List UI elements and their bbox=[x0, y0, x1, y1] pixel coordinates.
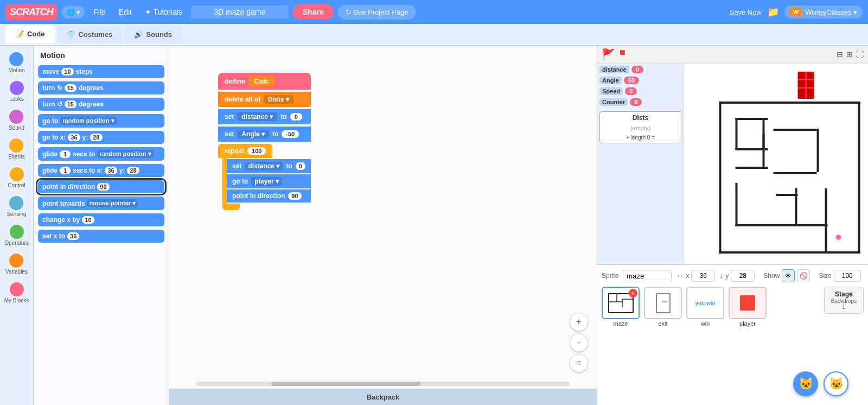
edit-menu[interactable]: Edit bbox=[114, 5, 136, 18]
y-coord-input[interactable] bbox=[731, 270, 755, 282]
stop-button[interactable]: ⏹ bbox=[618, 48, 626, 61]
block-change-x[interactable]: change x by 10 bbox=[38, 213, 164, 226]
show-hidden-icon[interactable]: 🚫 bbox=[797, 269, 810, 282]
block-turn-ccw[interactable]: turn ↺ 15 degrees bbox=[38, 98, 164, 111]
svg-rect-16 bbox=[736, 224, 801, 226]
category-events[interactable]: Events bbox=[6, 136, 27, 162]
x-coord-group: ↔ x bbox=[676, 270, 715, 282]
size-group: Size bbox=[819, 270, 860, 282]
block-goto-xy[interactable]: go to x: 36 y: 28 bbox=[38, 131, 164, 144]
block-goto-player[interactable]: go to player ▾ bbox=[227, 174, 311, 188]
tab-sounds[interactable]: 🔊 Sounds bbox=[124, 26, 182, 43]
tab-code[interactable]: 📝 Code bbox=[5, 26, 55, 43]
svg-rect-8 bbox=[736, 118, 738, 150]
backdrops-count-label: Backdrops bbox=[831, 298, 857, 304]
tab-costumes[interactable]: 👕 Costumes bbox=[57, 26, 123, 43]
zoom-in-button[interactable]: + bbox=[570, 313, 588, 331]
events-dot bbox=[9, 138, 23, 153]
stage-section[interactable]: Stage Backdrops 1 bbox=[824, 287, 864, 314]
top-nav: SCRATCH 🌐 ▾ File Edit ✦ Tutorials Share … bbox=[0, 0, 868, 24]
category-motion[interactable]: Motion bbox=[6, 50, 27, 75]
category-control[interactable]: Control bbox=[5, 165, 27, 191]
small-stage-icon[interactable]: ⊟ bbox=[837, 50, 843, 59]
stage-header: 🚩 ⏹ ⊟ ⊞ ⛶ bbox=[597, 46, 868, 64]
sprite-panel: Sprite ↔ x ↕ y Show 👁 🚫 bbox=[597, 264, 868, 331]
costumes-tab-label: Costumes bbox=[79, 30, 113, 39]
dists-dropdown[interactable]: Dists ▾ bbox=[264, 95, 293, 104]
share-button[interactable]: Share bbox=[293, 4, 334, 20]
main-layout: Motion Looks Sound Events Control Sensin… bbox=[0, 46, 868, 405]
scratch-logo[interactable]: SCRATCH bbox=[5, 4, 58, 20]
list-monitor-title: Dists bbox=[602, 114, 679, 122]
file-menu[interactable]: File bbox=[89, 5, 110, 18]
block-glide-random[interactable]: glide 1 secs to random position ▾ bbox=[38, 147, 164, 161]
category-operators[interactable]: Operators bbox=[2, 223, 30, 248]
block-glide-xy[interactable]: glide 1 secs to x: 36 y: 28 bbox=[38, 164, 164, 177]
zoom-out-button[interactable]: - bbox=[570, 333, 588, 352]
sprite-name-input[interactable] bbox=[623, 270, 672, 282]
stage-preview-area bbox=[684, 64, 868, 264]
block-delete-all[interactable]: delete all of Dists ▾ bbox=[218, 92, 311, 107]
see-project-button[interactable]: ↻ See Project Page bbox=[338, 5, 416, 20]
stage-layout-icons: ⊟ ⊞ ⛶ bbox=[837, 50, 864, 59]
svg-rect-5 bbox=[719, 251, 860, 254]
globe-button[interactable]: 🌐 ▾ bbox=[62, 6, 85, 18]
block-set-angle[interactable]: set Angle ▾ to -50 bbox=[218, 126, 311, 142]
block-set-x[interactable]: set x to 36 bbox=[38, 230, 164, 243]
sprite-thumb-win-img: you win bbox=[686, 287, 724, 319]
tutorials-button[interactable]: ✦ Tutorials bbox=[141, 5, 187, 18]
sensing-label: Sensing bbox=[7, 211, 26, 217]
category-my-blocks[interactable]: My Blocks bbox=[2, 280, 31, 306]
sprite-thumb-win[interactable]: you win win bbox=[686, 287, 724, 327]
show-visible-icon[interactable]: 👁 bbox=[782, 269, 795, 282]
zoom-reset-button[interactable]: = bbox=[570, 354, 588, 372]
show-label: Show bbox=[763, 272, 780, 280]
sprite-info-row: Sprite ↔ x ↕ y Show 👁 🚫 bbox=[602, 269, 864, 282]
add-sprite-button[interactable]: 🐱 bbox=[793, 371, 818, 396]
category-sensing[interactable]: Sensing bbox=[4, 194, 28, 219]
size-input[interactable] bbox=[834, 270, 861, 282]
sprite-thumb-exit[interactable]: exit bbox=[644, 287, 682, 327]
x-arrow-icon: ↔ bbox=[676, 271, 684, 280]
green-flag-button[interactable]: 🚩 bbox=[602, 48, 615, 61]
x-coord-input[interactable] bbox=[691, 270, 715, 282]
block-move[interactable]: move 10 steps bbox=[38, 65, 164, 78]
block-turn-cw[interactable]: turn ↻ 15 degrees bbox=[38, 81, 164, 94]
category-sound[interactable]: Sound bbox=[7, 107, 27, 133]
block-inner-set-distance[interactable]: set distance ▾ to 0 bbox=[227, 159, 311, 173]
sprite-thumb-player[interactable]: player bbox=[729, 287, 767, 327]
save-now-button[interactable]: Save Now bbox=[730, 8, 762, 16]
category-looks[interactable]: Looks bbox=[7, 79, 26, 104]
stage-section-label: Stage bbox=[835, 290, 853, 298]
size-label: Size bbox=[819, 272, 831, 280]
block-point-towards[interactable]: point towards mouse-pointer ▾ bbox=[38, 197, 164, 210]
horizontal-scrollbar[interactable] bbox=[196, 382, 570, 386]
category-variables[interactable]: Variables bbox=[3, 251, 30, 277]
sprite-thumb-exit-img bbox=[644, 287, 682, 319]
monitor-angle: Angle 50 bbox=[599, 77, 681, 84]
sprite-thumb-maze[interactable]: × maze bbox=[602, 287, 640, 327]
script-area[interactable]: define Calc delete all of Dists ▾ set di… bbox=[169, 46, 597, 405]
motion-label: Motion bbox=[8, 67, 24, 73]
block-point-dir-inner[interactable]: point in direction 90 bbox=[227, 189, 311, 202]
user-menu[interactable]: W WlingyClasses ▾ bbox=[784, 5, 863, 18]
stage-content: distance 0 Angle 50 Speed 0 Counter 0 bbox=[597, 64, 868, 264]
folder-icon[interactable]: 📁 bbox=[767, 6, 779, 18]
add-sprite-alt-button[interactable]: 🐱 bbox=[824, 371, 848, 396]
project-name-input[interactable] bbox=[191, 5, 289, 18]
block-point-direction[interactable]: point in direction 90 bbox=[38, 180, 164, 193]
block-goto-random[interactable]: go to random position ▾ bbox=[38, 114, 164, 128]
script-group: define Calc delete all of Dists ▾ set di… bbox=[218, 73, 311, 210]
svg-rect-18 bbox=[795, 224, 828, 226]
block-set-distance[interactable]: set distance ▾ to 0 bbox=[218, 109, 311, 124]
motion-dot bbox=[9, 52, 23, 66]
sprite-thumbnails-row: × maze bbox=[602, 287, 864, 327]
delete-maze-sprite[interactable]: × bbox=[629, 289, 637, 298]
normal-stage-icon[interactable]: ⊞ bbox=[846, 50, 853, 59]
events-label: Events bbox=[8, 154, 25, 160]
zoom-controls: + - = bbox=[570, 313, 588, 372]
backpack-bar[interactable]: Backpack bbox=[169, 389, 597, 405]
define-block[interactable]: define Calc bbox=[218, 73, 311, 90]
repeat-block[interactable]: repeat 100 set distance ▾ to 0 bbox=[218, 144, 311, 210]
fullscreen-icon[interactable]: ⛶ bbox=[856, 50, 864, 59]
